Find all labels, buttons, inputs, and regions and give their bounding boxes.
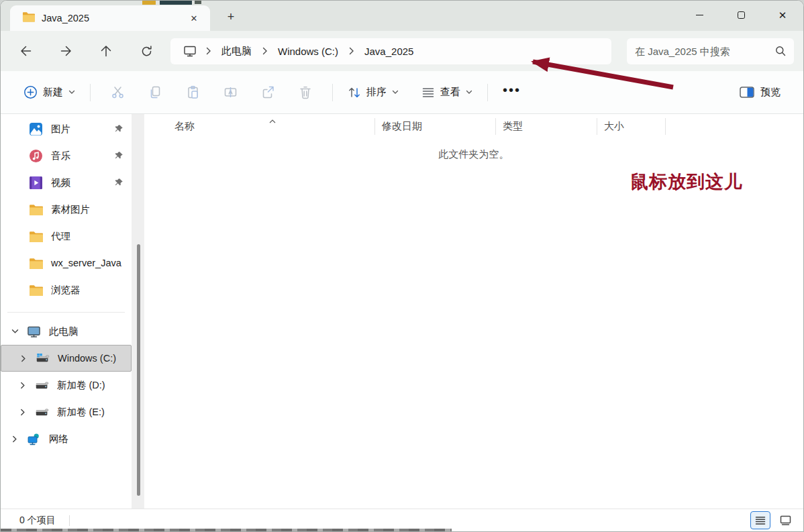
- minimize-icon: [696, 15, 703, 15]
- search-box[interactable]: [627, 38, 794, 64]
- sidebar-item-wx-server-java[interactable]: wx_server_Java: [1, 250, 132, 276]
- tab-title: Java_2025: [42, 13, 179, 23]
- drive-icon: [35, 405, 49, 419]
- chevron-down-icon: [68, 90, 75, 95]
- sidebar-item-network[interactable]: 网络: [1, 425, 132, 452]
- sidebar-item-label: wx_server_Java: [51, 258, 121, 268]
- chevron-collapsed-icon[interactable]: [18, 382, 28, 389]
- new-tab-button[interactable]: +: [222, 8, 240, 25]
- forward-button[interactable]: [52, 38, 79, 64]
- sidebar-item-label: Windows (C:): [58, 353, 116, 364]
- sidebar-item-label: 视频: [51, 176, 70, 189]
- sidebar-item-label: 新加卷 (E:): [57, 406, 105, 419]
- sidebar-item-pictures[interactable]: 图片: [1, 115, 132, 142]
- background-window-fragment: [142, 1, 156, 5]
- view-button[interactable]: 查看: [415, 81, 479, 104]
- chevron-collapsed-icon[interactable]: [18, 409, 28, 416]
- sidebar-item-this-pc[interactable]: 此电脑: [1, 318, 132, 345]
- pin-icon: [114, 151, 123, 160]
- column-header-modified[interactable]: 修改日期: [375, 114, 496, 139]
- preview-button[interactable]: 预览: [733, 81, 787, 104]
- new-button[interactable]: 新建: [17, 80, 82, 105]
- pin-icon: [114, 178, 123, 187]
- maximize-icon: [738, 11, 745, 19]
- command-toolbar: 新建: [1, 71, 803, 114]
- breadcrumb-item-this-pc[interactable]: 此电脑: [215, 42, 258, 60]
- window-controls: ✕: [679, 1, 803, 29]
- background-window-fragment: [195, 1, 201, 4]
- close-button[interactable]: ✕: [762, 1, 803, 29]
- preview-button-label: 预览: [760, 86, 781, 99]
- toolbar-divider: [332, 84, 333, 101]
- sidebar-item-material-images[interactable]: 素材图片: [1, 196, 132, 223]
- search-input[interactable]: [635, 46, 775, 57]
- preview-pane-icon: [740, 87, 754, 98]
- sidebar-item-new-volume-e[interactable]: 新加卷 (E:): [1, 398, 132, 425]
- file-list-area[interactable]: 名称 修改日期 类型 大小 此文件夹为空。 鼠标放到这儿: [144, 114, 803, 509]
- sidebar-scrollbar[interactable]: [132, 114, 144, 509]
- sidebar-item-windows-c[interactable]: Windows (C:): [1, 345, 132, 372]
- sidebar-item-music[interactable]: 音乐: [1, 142, 132, 169]
- copy-button[interactable]: [136, 79, 174, 106]
- minimize-button[interactable]: [679, 1, 720, 29]
- videos-icon: [29, 176, 43, 190]
- sidebar-item-new-volume-d[interactable]: 新加卷 (D:): [1, 372, 132, 398]
- folder-icon: [29, 203, 43, 217]
- windows-drive-icon: [36, 352, 50, 366]
- toolbar-divider: [487, 84, 488, 101]
- paste-button[interactable]: [174, 79, 211, 106]
- background-window-fragment: [160, 1, 192, 5]
- plus-circle-icon: [23, 85, 38, 99]
- chevron-collapsed-icon[interactable]: [19, 355, 28, 362]
- sort-button[interactable]: 排序: [341, 81, 405, 105]
- refresh-button[interactable]: [133, 38, 160, 64]
- cut-button[interactable]: [99, 79, 136, 106]
- chevron-down-icon: [466, 90, 472, 95]
- column-header-name[interactable]: 名称: [144, 114, 375, 139]
- folder-icon: [29, 229, 43, 244]
- scrollbar-thumb[interactable]: [137, 244, 140, 496]
- sidebar-item-label: 图片: [51, 123, 70, 136]
- tab-close-icon[interactable]: ✕: [186, 10, 202, 26]
- up-button[interactable]: [93, 38, 119, 64]
- tab-bar: Java_2025 ✕ + ✕: [1, 1, 803, 31]
- back-button[interactable]: [12, 38, 39, 64]
- column-header-size[interactable]: 大小: [597, 114, 666, 139]
- view-lines-icon: [421, 87, 435, 99]
- more-options-button[interactable]: •••: [496, 85, 527, 101]
- chevron-expanded-icon[interactable]: [10, 329, 19, 334]
- icons-view-icon: [780, 515, 791, 525]
- explorer-tab[interactable]: Java_2025 ✕: [10, 5, 210, 31]
- icons-view-button[interactable]: [775, 511, 795, 529]
- sidebar-item-browser[interactable]: 浏览器: [1, 276, 132, 303]
- maximize-button[interactable]: [720, 1, 762, 29]
- paste-icon: [186, 85, 200, 99]
- status-bar: 0 个项目: [1, 509, 803, 531]
- sidebar-item-proxy[interactable]: 代理: [1, 223, 132, 250]
- chevron-right-icon: [205, 47, 211, 55]
- share-button[interactable]: [249, 79, 287, 106]
- sidebar-item-label: 素材图片: [51, 203, 90, 216]
- folder-icon: [22, 11, 35, 25]
- breadcrumb-item-c-drive[interactable]: Windows (C:): [272, 43, 344, 60]
- network-icon: [27, 432, 41, 446]
- folder-icon: [29, 256, 43, 270]
- close-icon: ✕: [778, 10, 787, 20]
- refresh-icon: [140, 45, 153, 58]
- rename-button[interactable]: [211, 79, 249, 106]
- sidebar-item-videos[interactable]: 视频: [1, 169, 132, 196]
- chevron-down-icon: [392, 90, 399, 95]
- column-header-type[interactable]: 类型: [496, 114, 597, 139]
- delete-button[interactable]: [287, 79, 324, 106]
- breadcrumb-item-java-2025[interactable]: Java_2025: [358, 43, 419, 60]
- new-button-label: 新建: [43, 86, 63, 99]
- status-divider: [69, 515, 70, 526]
- details-view-button[interactable]: [750, 511, 770, 529]
- chevron-right-icon: [262, 47, 268, 55]
- sidebar-item-label: 浏览器: [51, 284, 81, 297]
- navigation-bar: 此电脑 Windows (C:) Java_2025: [1, 31, 803, 71]
- breadcrumb[interactable]: 此电脑 Windows (C:) Java_2025: [170, 38, 611, 64]
- column-header-row: 名称 修改日期 类型 大小: [144, 114, 803, 139]
- chevron-collapsed-icon[interactable]: [10, 435, 19, 443]
- details-view-icon: [755, 516, 766, 525]
